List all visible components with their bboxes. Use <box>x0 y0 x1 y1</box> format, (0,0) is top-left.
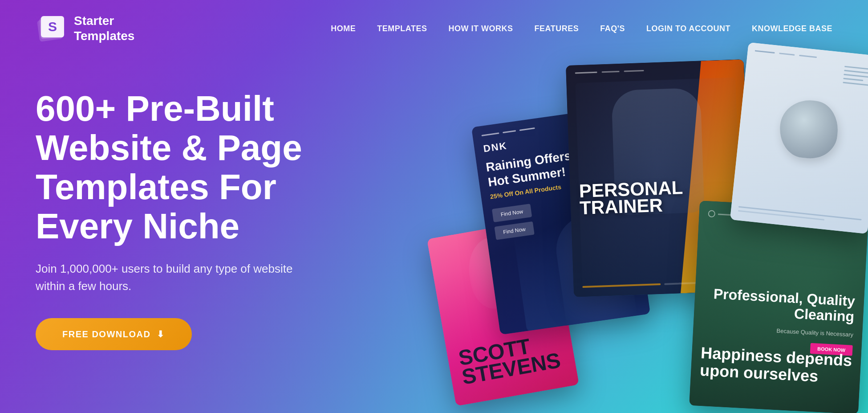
hero-section: S Starter Templates HOME TEMPLATES HOW I… <box>0 0 868 413</box>
download-icon: ⬇ <box>157 329 165 339</box>
cleaning-title: Professional, Quality Cleaning <box>694 285 856 325</box>
art-lines <box>843 66 868 86</box>
cta-label: FREE DOWNLOAD <box>62 329 150 339</box>
trainer-title: PERSONAL TRAINER <box>579 180 684 217</box>
card-scott: SCOTT STEVENS <box>427 218 579 406</box>
hero-subtitle: Join 1,000,000+ users to build any type … <box>36 260 312 295</box>
nav-item-login[interactable]: LOGIN TO ACCOUNT <box>646 24 730 33</box>
dnk-button: Find Now <box>492 204 532 222</box>
dnk-button-2: Find Now <box>495 221 535 240</box>
card-trainer: PERSONAL TRAINER <box>566 59 752 297</box>
hero-content: 600+ Pre-Built Website & Page Templates … <box>36 89 374 350</box>
trainer-accent <box>673 59 752 293</box>
card-cleaning: Professional, Quality Cleaning Because Q… <box>689 200 868 413</box>
cta-download-button[interactable]: FREE DOWNLOAD ⬇ <box>36 318 192 350</box>
nav-links: HOME TEMPLATES HOW IT WORKS FEATURES FAQ… <box>331 24 832 33</box>
dnk-brand: DNK <box>483 125 617 155</box>
nav-item-knowledge-base[interactable]: KNOWLEDGE BASE <box>752 24 832 33</box>
art-bg <box>730 42 868 234</box>
nav-item-home[interactable]: HOME <box>331 24 356 33</box>
cleaning-subtitle: Because Quality is Necessary <box>776 327 853 338</box>
card-dnk: DNK Raining Offers For Hot Summer! 25% O… <box>471 106 650 335</box>
logo-text: Starter Templates <box>74 13 134 43</box>
nav-item-templates[interactable]: TEMPLATES <box>377 24 427 33</box>
svg-text:S: S <box>48 19 57 34</box>
logo-icon: S <box>36 12 68 45</box>
logo[interactable]: S Starter Templates <box>36 12 134 45</box>
scott-name: SCOTT STEVENS <box>457 331 562 387</box>
card-art <box>730 42 868 234</box>
nav-item-faqs[interactable]: FAQ'S <box>600 24 625 33</box>
cards-area: SCOTT STEVENS DNK Raining Offers For Hot… <box>427 36 868 413</box>
nav-item-features[interactable]: FEATURES <box>535 24 579 33</box>
happiness-title: Happiness depends upon ourselves <box>699 344 861 388</box>
hero-title: 600+ Pre-Built Website & Page Templates … <box>36 89 374 246</box>
dnk-tagline: Raining Offers For Hot Summer! <box>485 142 621 190</box>
navbar: S Starter Templates HOME TEMPLATES HOW I… <box>0 0 868 57</box>
nav-item-how-it-works[interactable]: HOW IT WORKS <box>449 24 513 33</box>
dnk-discount: 25% Off On All Products <box>490 175 623 200</box>
